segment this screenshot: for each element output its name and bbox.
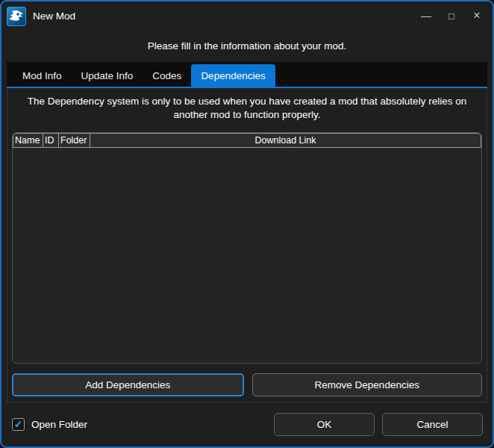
- column-header-folder[interactable]: Folder: [59, 134, 90, 147]
- dialog-footer: ✓ Open Folder OK Cancel: [1, 402, 493, 447]
- new-mod-dialog: New Mod — □ × Please fill in the informa…: [0, 0, 494, 448]
- window-title: New Mod: [33, 10, 75, 22]
- dependency-description-line2: another mod to function properly.: [12, 108, 482, 122]
- open-folder-checkbox[interactable]: ✓ Open Folder: [12, 418, 87, 431]
- remove-dependencies-button[interactable]: Remove Dependencies: [252, 373, 483, 396]
- dialog-subtitle-row: Please fill in the information about you…: [1, 30, 493, 62]
- dependency-description-line1: The Dependency system is only to be used…: [12, 95, 482, 108]
- open-folder-label[interactable]: Open Folder: [31, 419, 87, 430]
- column-header-name[interactable]: Name: [13, 134, 43, 147]
- add-dependencies-button[interactable]: Add Dependencies: [12, 373, 244, 396]
- column-header-id[interactable]: ID: [43, 134, 59, 147]
- dialog-subtitle: Please fill in the information about you…: [148, 40, 346, 52]
- tab-mod-info[interactable]: Mod Info: [13, 64, 72, 87]
- hedgehog-app-icon: [7, 7, 26, 26]
- ok-button[interactable]: OK: [274, 413, 375, 436]
- tab-strip: Mod Info Update Info Codes Dependencies: [7, 62, 487, 87]
- dependencies-table-header: Name ID Folder Download Link: [13, 133, 481, 148]
- dependencies-tab-content: The Dependency system is only to be used…: [7, 88, 487, 402]
- column-header-download-link[interactable]: Download Link: [90, 134, 481, 147]
- cancel-button[interactable]: Cancel: [382, 413, 483, 436]
- tab-panel: Mod Info Update Info Codes Dependencies …: [7, 62, 487, 402]
- minimize-button[interactable]: —: [413, 4, 439, 27]
- title-bar[interactable]: New Mod — □ ×: [1, 1, 493, 30]
- dependency-description: The Dependency system is only to be used…: [12, 95, 482, 122]
- dependencies-list[interactable]: [13, 148, 481, 363]
- dependency-actions: Add Dependencies Remove Dependencies: [12, 373, 482, 396]
- tab-codes[interactable]: Codes: [143, 64, 191, 87]
- tab-dependencies[interactable]: Dependencies: [191, 64, 275, 87]
- close-button[interactable]: ×: [464, 4, 490, 27]
- dependencies-table: Name ID Folder Download Link: [12, 132, 482, 364]
- checkbox-check-icon[interactable]: ✓: [12, 418, 25, 431]
- maximize-button[interactable]: □: [439, 4, 464, 27]
- tab-update-info[interactable]: Update Info: [72, 64, 143, 87]
